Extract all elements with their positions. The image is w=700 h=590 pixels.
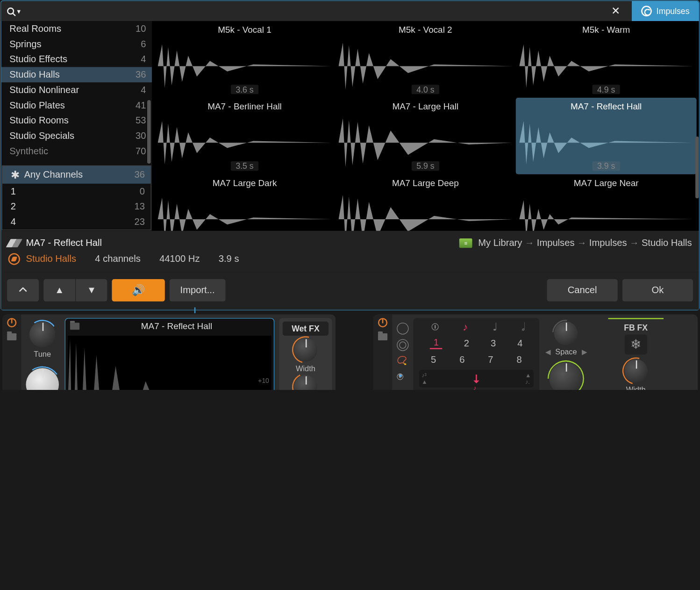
note-2-button[interactable]: 2 bbox=[464, 338, 469, 349]
category-list[interactable]: Real Rooms10 Springs6 Studio Effects4 St… bbox=[1, 21, 152, 165]
note-8-button[interactable]: 8 bbox=[516, 354, 521, 365]
import-button[interactable]: Import... bbox=[170, 279, 225, 302]
note-division-grid[interactable]: ♪ ♩ 𝅗𝅥 1 2 3 4 5 6 7 8 bbox=[414, 318, 540, 390]
impulse-tile[interactable]: MA7 Large Near 3.2 s bbox=[516, 174, 697, 231]
tile-title: M5k - Vocal 1 bbox=[218, 25, 271, 35]
knob-label: Space bbox=[555, 347, 577, 356]
info-rate: 44100 Hz bbox=[159, 254, 200, 265]
breadcrumb[interactable]: My Library → Impulses → Impulses → Studi… bbox=[478, 238, 692, 249]
note-6-button[interactable]: 6 bbox=[459, 354, 464, 365]
info-length: 3.9 s bbox=[219, 254, 239, 265]
tab-label: Impulses bbox=[657, 7, 690, 16]
feedback-knob[interactable] bbox=[550, 362, 583, 390]
category-studio-plates[interactable]: Studio Plates41 bbox=[1, 98, 152, 113]
space-knob[interactable] bbox=[554, 322, 578, 345]
note-3-button[interactable]: 3 bbox=[491, 338, 496, 349]
category-studio-halls[interactable]: Studio Halls36 bbox=[1, 67, 152, 82]
impulse-tile[interactable]: MA7 Large Dark 4.6 s bbox=[154, 174, 335, 231]
channel-any[interactable]: ✱Any Channels36 bbox=[2, 166, 151, 184]
channel-1[interactable]: 10 bbox=[2, 184, 151, 199]
ch-toggle-4[interactable]: ⦾ bbox=[397, 372, 408, 384]
selected-name: MA7 - Reflect Hall bbox=[26, 238, 101, 249]
nav-up-button[interactable] bbox=[7, 279, 39, 302]
category-studio-specials[interactable]: Studio Specials30 bbox=[1, 128, 152, 144]
ch-toggle-1[interactable] bbox=[397, 323, 408, 334]
audition-button[interactable]: 🔊 bbox=[112, 279, 164, 302]
power-button[interactable] bbox=[378, 318, 387, 327]
knob-label: Tune bbox=[34, 350, 51, 359]
fb-width-knob[interactable] bbox=[624, 359, 647, 382]
category-studio-nonlinear[interactable]: Studio Nonlinear4 bbox=[1, 82, 152, 98]
ch-toggle-stereo[interactable] bbox=[397, 339, 408, 351]
delay-module: DELAY+ 📿 ⦾ Ping L ♪ ♩ 𝅗𝅥 bbox=[373, 315, 698, 390]
knob-label: Width bbox=[626, 385, 646, 390]
next-button[interactable]: ▼ bbox=[75, 279, 107, 302]
impulse-tile[interactable]: M5k - Warm 4.9 s bbox=[516, 21, 697, 98]
convolution-module: CONVOLUTION Tune ☀ Pre-delay MA7 - Refle… bbox=[2, 315, 336, 390]
space-prev[interactable]: ◀ bbox=[545, 348, 550, 356]
category-label: Studio Halls bbox=[26, 254, 76, 265]
speaker-icon: 🔊 bbox=[132, 284, 145, 297]
note-1-button[interactable]: 1 bbox=[430, 338, 442, 349]
freeze-button[interactable]: ❄ bbox=[625, 334, 647, 354]
play-preview-icon[interactable] bbox=[6, 239, 22, 247]
note-5-button[interactable]: 5 bbox=[431, 354, 436, 365]
star-icon: ✱ bbox=[11, 168, 20, 181]
impulse-tile[interactable]: MA7 Large Deep 5.1 s bbox=[335, 174, 516, 231]
impulses-tab[interactable]: Impulses bbox=[632, 1, 699, 21]
waveform-icon bbox=[519, 190, 693, 231]
category-scrollbar[interactable] bbox=[147, 22, 151, 164]
category-springs[interactable]: Springs6 bbox=[1, 36, 152, 52]
channel-list[interactable]: ✱Any Channels36 10 213 423 bbox=[2, 165, 151, 230]
grid-scrollbar[interactable] bbox=[695, 22, 699, 230]
preset-folder-button[interactable] bbox=[378, 333, 387, 340]
tile-title: MA7 Large Deep bbox=[392, 178, 459, 187]
tile-duration: 3.5 s bbox=[231, 161, 258, 171]
ok-button[interactable]: Ok bbox=[622, 279, 693, 302]
dropdown-caret-icon[interactable]: ▼ bbox=[16, 8, 21, 14]
wet-gain-knob[interactable] bbox=[294, 375, 317, 390]
channel-2[interactable]: 213 bbox=[2, 199, 151, 215]
shuffle-handle[interactable]: ♪ bbox=[476, 374, 477, 383]
brightness-knob[interactable] bbox=[26, 368, 59, 390]
tile-duration: 3.6 s bbox=[231, 85, 258, 94]
category-icon bbox=[8, 253, 20, 265]
folder-icon[interactable] bbox=[70, 323, 79, 330]
tune-knob[interactable] bbox=[29, 322, 55, 347]
impulse-tile[interactable]: MA7 - Berliner Hall 3.5 s bbox=[154, 98, 335, 174]
note-eighth-icon[interactable]: ♪ bbox=[463, 321, 468, 333]
tile-duration: 4.0 s bbox=[412, 85, 439, 94]
note-quarter-icon[interactable]: ♩ bbox=[493, 320, 497, 333]
channel-4[interactable]: 423 bbox=[2, 214, 151, 230]
cancel-button[interactable]: Cancel bbox=[547, 279, 618, 302]
impulse-tile[interactable]: M5k - Vocal 1 3.6 s bbox=[154, 21, 335, 98]
impulse-tile-selected[interactable]: MA7 - Reflect Hall 3.9 s bbox=[516, 98, 697, 174]
y-label: +10 bbox=[258, 377, 269, 384]
prev-button[interactable]: ▲ bbox=[43, 279, 75, 302]
search-input[interactable] bbox=[27, 7, 126, 15]
tile-title: MA7 Large Dark bbox=[213, 178, 277, 187]
note-7-button[interactable]: 7 bbox=[488, 354, 493, 365]
power-button[interactable] bbox=[7, 318, 16, 327]
category-real-rooms[interactable]: Real Rooms10 bbox=[1, 21, 152, 36]
shuffle-slider[interactable]: ♪³▲ ♪ ▲♪. bbox=[419, 370, 533, 388]
width-knob[interactable] bbox=[294, 338, 317, 361]
category-studio-rooms[interactable]: Studio Rooms53 bbox=[1, 113, 152, 129]
tile-title: M5k - Vocal 2 bbox=[399, 25, 452, 35]
fb-fx-title: FB FX bbox=[624, 323, 648, 332]
clear-search-button[interactable]: ✕ bbox=[611, 5, 620, 18]
note-dotted-icon[interactable] bbox=[431, 323, 438, 330]
spiral-icon bbox=[641, 6, 652, 16]
search-bar[interactable]: ▼ ✕ bbox=[1, 1, 632, 21]
preset-folder-button[interactable] bbox=[7, 333, 16, 340]
tile-duration: 4.9 s bbox=[593, 85, 620, 94]
impulse-display[interactable]: MA7 - Reflect Hall S M E +10 -10 -20 -40… bbox=[65, 318, 275, 390]
category-synthetic[interactable]: Synthetic70 bbox=[1, 144, 152, 159]
category-studio-effects[interactable]: Studio Effects4 bbox=[1, 52, 152, 67]
tile-title: MA7 - Large Hall bbox=[392, 101, 458, 111]
impulse-tile[interactable]: MA7 - Large Hall 5.9 s bbox=[335, 98, 516, 174]
ch-toggle-linked[interactable]: 📿 bbox=[397, 356, 408, 367]
impulse-tile[interactable]: M5k - Vocal 2 4.0 s bbox=[335, 21, 516, 98]
note-4-button[interactable]: 4 bbox=[517, 338, 522, 349]
space-next[interactable]: ▶ bbox=[582, 348, 587, 356]
